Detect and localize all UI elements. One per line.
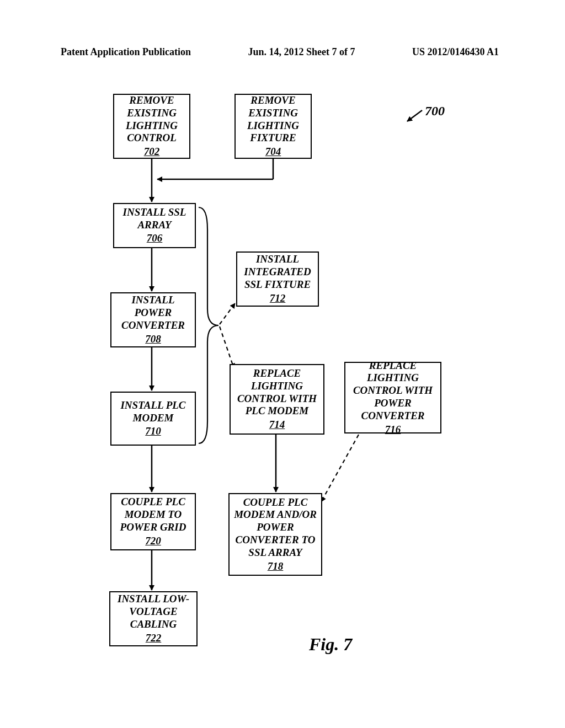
box-710-ref: 710 (115, 425, 191, 438)
svg-line-9 (220, 303, 235, 324)
box-720: COUPLE PLC MODEM TO POWER GRID 720 (110, 493, 196, 550)
box-706-ref: 706 (118, 232, 191, 245)
box-714: REPLACE LIGHTING CONTROL WITH PLC MODEM … (230, 364, 324, 435)
box-722-text: INSTALL LOW-VOLTAGE CABLING (114, 593, 193, 630)
header-left: Patent Application Publication (61, 46, 191, 58)
box-702-ref: 702 (118, 146, 186, 158)
svg-line-11 (321, 435, 359, 502)
box-710-text: INSTALL PLC MODEM (115, 399, 191, 425)
box-704: REMOVE EXISTING LIGHTING FIXTURE 704 (234, 94, 312, 159)
header-right: US 2012/0146430 A1 (412, 46, 499, 58)
box-708-text: INSTALL POWER CONVERTER (115, 294, 191, 331)
box-712-text: INSTALL INTEGRATED SSL FIXTURE (241, 253, 315, 291)
box-704-ref: 704 (239, 146, 307, 158)
box-712-ref: 712 (241, 292, 315, 305)
flowchart-diagram: 700 REMOVE EXISTING LIGHTING CONTROL 702… (0, 77, 565, 728)
box-704-text: REMOVE EXISTING LIGHTING FIXTURE (239, 94, 307, 144)
box-718-text: COUPLE PLC MODEM AND/OR POWER CONVERTER … (233, 496, 318, 559)
svg-line-10 (220, 326, 234, 368)
box-706: INSTALL SSL ARRAY 706 (113, 203, 196, 248)
box-708: INSTALL POWER CONVERTER 708 (110, 292, 196, 347)
box-702-text: REMOVE EXISTING LIGHTING CONTROL (118, 94, 186, 144)
svg-line-0 (407, 110, 422, 121)
box-720-text: COUPLE PLC MODEM TO POWER GRID (115, 496, 191, 533)
box-708-ref: 708 (115, 333, 191, 346)
box-716-ref: 716 (349, 424, 437, 436)
reference-number-700: 700 (425, 104, 445, 119)
box-714-ref: 714 (234, 419, 320, 431)
box-706-text: INSTALL SSL ARRAY (118, 206, 191, 232)
figure-caption: Fig. 7 (309, 634, 352, 655)
box-722: INSTALL LOW-VOLTAGE CABLING 722 (109, 591, 198, 646)
page-header: Patent Application Publication Jun. 14, … (0, 46, 565, 58)
box-702: REMOVE EXISTING LIGHTING CONTROL 702 (113, 94, 190, 159)
box-712: INSTALL INTEGRATED SSL FIXTURE 712 (236, 251, 319, 307)
header-center: Jun. 14, 2012 Sheet 7 of 7 (248, 46, 355, 58)
box-718-ref: 718 (233, 560, 318, 573)
box-716-text: REPLACE LIGHTING CONTROL WITH POWER CONV… (349, 360, 437, 422)
box-714-text: REPLACE LIGHTING CONTROL WITH PLC MODEM (234, 367, 320, 417)
box-716: REPLACE LIGHTING CONTROL WITH POWER CONV… (344, 362, 441, 433)
box-722-ref: 722 (114, 632, 193, 645)
box-720-ref: 720 (115, 535, 191, 548)
box-718: COUPLE PLC MODEM AND/OR POWER CONVERTER … (228, 493, 322, 576)
box-710: INSTALL PLC MODEM 710 (110, 392, 196, 446)
